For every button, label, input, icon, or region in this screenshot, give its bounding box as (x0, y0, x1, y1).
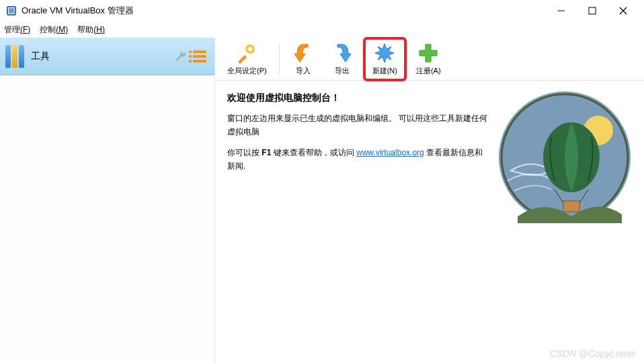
settings-button[interactable]: 全局设定(P) (220, 40, 274, 79)
tools-label: 工具 (31, 50, 173, 63)
new-button[interactable]: 新建(N) (366, 40, 404, 79)
virtualbox-link[interactable]: www.virtualbox.org (356, 148, 424, 157)
menu-help[interactable]: 帮助(H) (77, 24, 105, 36)
new-button-highlight: 新建(N) (363, 37, 407, 81)
menubar: 管理(F) 控制(M) 帮助(H) (0, 22, 644, 38)
svg-rect-2 (9, 8, 14, 13)
list-icon[interactable] (193, 50, 206, 63)
content: 全局设定(P) 导入 导出 新建(N) (215, 38, 644, 363)
import-button[interactable]: 导入 (285, 40, 321, 79)
starburst-icon (373, 42, 396, 65)
toolbar: 全局设定(P) 导入 导出 新建(N) (215, 38, 644, 81)
titlebar: Oracle VM VirtualBox 管理器 (0, 0, 644, 22)
menu-control[interactable]: 控制(M) (40, 24, 68, 36)
plus-icon (417, 42, 440, 65)
welcome-p2: 你可以按 F1 键来查看帮助，或访问 www.virtualbox.org 查看… (227, 146, 491, 173)
maximize-button[interactable] (577, 0, 608, 22)
minimize-button[interactable] (546, 0, 577, 22)
svg-point-8 (248, 47, 252, 51)
wrench-icon[interactable] (173, 49, 188, 64)
window-title: Oracle VM VirtualBox 管理器 (22, 5, 546, 17)
separator (279, 44, 280, 74)
import-icon (292, 42, 315, 65)
welcome-panel: 欢迎使用虚拟电脑控制台！ 窗口的左边用来显示已生成的虚拟电脑和编组。 可以用这些… (215, 81, 644, 234)
close-button[interactable] (608, 0, 639, 22)
svg-rect-15 (563, 201, 579, 212)
export-button[interactable]: 导出 (324, 40, 360, 79)
app-icon (5, 5, 17, 17)
export-icon (331, 42, 354, 65)
sidebar: 工具 (0, 38, 215, 363)
tools-icon (5, 45, 24, 68)
watermark: CSDN @CopyLower (549, 348, 636, 359)
register-button[interactable]: 注册(A) (409, 40, 448, 79)
svg-rect-4 (589, 7, 596, 14)
balloon-illustration (497, 90, 632, 225)
welcome-p1: 窗口的左边用来显示已生成的虚拟电脑和编组。 可以用这些工具新建任何虚拟电脑 (227, 112, 491, 139)
wrench-gear-icon (235, 42, 258, 65)
menu-file[interactable]: 管理(F) (4, 24, 30, 36)
tools-row[interactable]: 工具 (0, 38, 214, 75)
welcome-heading: 欢迎使用虚拟电脑控制台！ (227, 90, 491, 106)
